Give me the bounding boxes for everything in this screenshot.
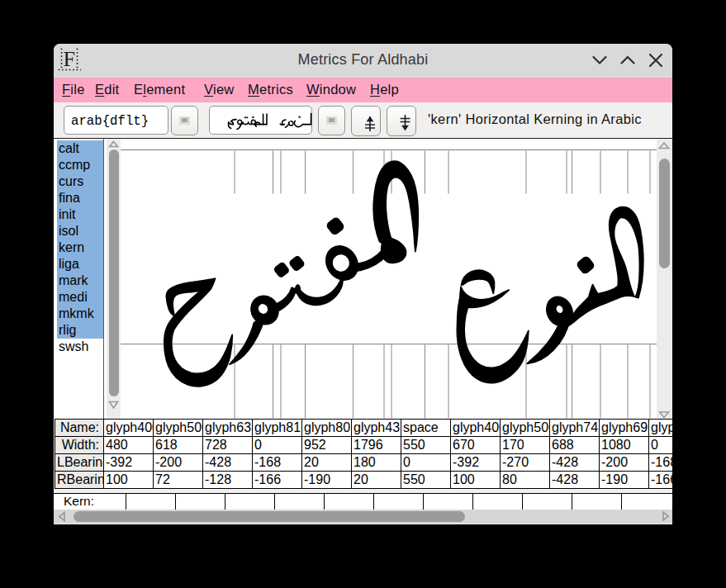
svg-text:F: F [64, 47, 75, 71]
